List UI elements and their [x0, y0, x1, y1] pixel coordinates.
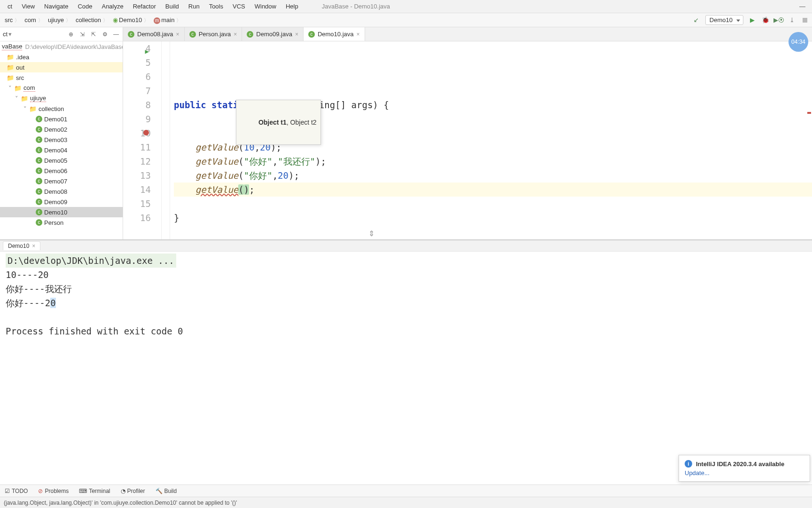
update-link[interactable]: Update...: [685, 469, 804, 476]
tool-profiler[interactable]: ◔Profiler: [121, 488, 145, 494]
tree-person[interactable]: cPerson: [0, 217, 123, 228]
run-tool-window: Demo10× D:\develop\JDK\bin\java.exe ...1…: [0, 240, 812, 393]
menu-window[interactable]: Window: [250, 1, 281, 12]
crumb-collection[interactable]: collection: [74, 16, 111, 25]
close-icon[interactable]: ×: [234, 31, 237, 38]
close-icon[interactable]: ×: [295, 31, 298, 38]
menu-vcs[interactable]: VCS: [228, 1, 250, 12]
tree-idea[interactable]: 📁.idea: [0, 52, 123, 62]
error-stripe-mark[interactable]: [807, 112, 811, 114]
menu-view[interactable]: View: [17, 1, 39, 12]
notification-title: IntelliJ IDEA 2020.3.4 available: [696, 460, 784, 468]
editor-area: cDemo08.java× cPerson.java× cDemo09.java…: [123, 27, 812, 239]
attach-icon[interactable]: ⤓: [788, 16, 796, 24]
presentation-badge[interactable]: 04:34: [789, 32, 808, 52]
tree-demo07[interactable]: cDemo07: [0, 176, 123, 186]
menu-navigate[interactable]: Navigate: [39, 1, 73, 12]
crumb-ujiuye[interactable]: ujiuye: [46, 16, 74, 25]
tool-problems[interactable]: ⊘Problems: [38, 488, 69, 494]
stop-icon[interactable]: [801, 16, 809, 24]
crumb-com[interactable]: com: [23, 16, 46, 25]
close-icon[interactable]: ×: [357, 31, 360, 38]
status-message: (java.lang.Object, java.lang.Object)' in…: [4, 500, 237, 506]
build-icon[interactable]: ↙: [692, 16, 701, 24]
tree-demo09[interactable]: cDemo09: [0, 197, 123, 207]
status-bar: (java.lang.Object, java.lang.Object)' in…: [0, 497, 812, 508]
tree-demo02[interactable]: cDemo02: [0, 124, 123, 135]
run-icon[interactable]: ▶: [748, 16, 757, 24]
fold-strip[interactable]: [162, 41, 170, 239]
expand-all-icon[interactable]: ⇲: [78, 31, 86, 38]
project-header: ct ▾ ⊕ ⇲ ⇱ ⚙ —: [0, 27, 123, 41]
run-tab-demo10[interactable]: Demo10×: [3, 241, 40, 250]
editor-tab-bar: cDemo08.java× cPerson.java× cDemo09.java…: [123, 27, 812, 41]
tree-demo04[interactable]: cDemo04: [0, 145, 123, 155]
tab-demo08[interactable]: cDemo08.java×: [123, 27, 185, 41]
tree-root[interactable]: vaBase D:\develop\IDEA\ideawork\JavaBase: [0, 41, 123, 52]
tree-demo01[interactable]: cDemo01: [0, 114, 123, 124]
run-tab-bar: Demo10×: [0, 240, 812, 252]
close-icon[interactable]: ×: [32, 243, 35, 249]
run-config-dropdown[interactable]: Demo10: [705, 15, 743, 25]
collapse-all-icon[interactable]: ⇱: [90, 31, 97, 38]
line-number-gutter[interactable]: 4▶5678910111213141516: [123, 41, 162, 239]
tree-collection[interactable]: ˅📁collection: [0, 103, 123, 114]
menu-bar: ct View Navigate Code Analyze Refactor B…: [0, 0, 812, 13]
tree-ujiuye[interactable]: ˅📁ujiuye: [0, 93, 123, 103]
tree-demo05[interactable]: cDemo05: [0, 155, 123, 166]
menu-tools[interactable]: Tools: [204, 1, 228, 12]
code-editor[interactable]: 4▶5678910111213141516 Object t1, Object …: [123, 41, 812, 239]
crumb-class[interactable]: ◉Demo10: [111, 16, 152, 25]
menu-build[interactable]: Build: [161, 1, 184, 12]
menu-analyze[interactable]: Analyze: [97, 1, 128, 12]
vertical-resize-handle[interactable]: ⇕: [368, 229, 375, 238]
tree-demo03[interactable]: cDemo03: [0, 135, 123, 145]
tree-demo06[interactable]: cDemo06: [0, 166, 123, 176]
close-icon[interactable]: ×: [176, 31, 180, 38]
tool-build[interactable]: 🔨Build: [156, 488, 177, 494]
debug-icon[interactable]: 🐞: [761, 16, 770, 24]
tab-demo10[interactable]: cDemo10.java×: [304, 27, 365, 41]
gear-icon[interactable]: ⚙: [101, 31, 109, 38]
tree-com[interactable]: ˅📁com: [0, 83, 123, 93]
menu-ct[interactable]: ct: [3, 1, 17, 12]
menu-refactor[interactable]: Refactor: [128, 1, 161, 12]
project-tool-window: ct ▾ ⊕ ⇲ ⇱ ⚙ — vaBase D:\develop\IDEA\id…: [0, 27, 123, 239]
tool-terminal[interactable]: ⌨Terminal: [79, 488, 110, 494]
minimize-icon[interactable]: —: [799, 3, 805, 10]
menu-code[interactable]: Code: [73, 1, 97, 12]
navigation-bar: src com ujiuye collection ◉Demo10 mmain …: [0, 13, 812, 27]
crumb-src[interactable]: src: [3, 16, 23, 25]
tree-src[interactable]: 📁src: [0, 72, 123, 83]
parameter-info-popup: Object t1, Object t2: [236, 100, 321, 145]
update-notification[interactable]: i IntelliJ IDEA 2020.3.4 available Updat…: [679, 455, 810, 482]
crumb-method[interactable]: mmain: [152, 16, 184, 25]
tab-demo09[interactable]: cDemo09.java×: [242, 27, 304, 41]
info-icon: i: [685, 460, 692, 468]
tool-todo[interactable]: ☑TODO: [5, 488, 28, 494]
tree-demo10[interactable]: cDemo10: [0, 207, 123, 217]
select-opened-file-icon[interactable]: ⊕: [67, 31, 75, 38]
menu-run[interactable]: Run: [184, 1, 204, 12]
coverage-icon[interactable]: ▶⦿: [774, 16, 783, 24]
menu-help[interactable]: Help: [281, 1, 303, 12]
project-header-label[interactable]: ct: [3, 31, 8, 38]
hide-icon[interactable]: —: [112, 31, 120, 38]
project-tree[interactable]: vaBase D:\develop\IDEA\ideawork\JavaBase…: [0, 41, 123, 228]
window-controls: —: [799, 3, 809, 10]
bottom-tool-bar: ☑TODO ⊘Problems ⌨Terminal ◔Profiler 🔨Bui…: [0, 484, 812, 497]
run-toolbar: ↙ Demo10 ▶ 🐞 ▶⦿ ⤓: [692, 15, 809, 25]
window-title: JavaBase - Demo10.java: [322, 3, 390, 10]
tree-out[interactable]: 📁out: [0, 62, 123, 72]
console-output[interactable]: D:\develop\JDK\bin\java.exe ...10----20你…: [0, 252, 812, 393]
tab-person[interactable]: cPerson.java×: [185, 27, 242, 41]
tree-demo08[interactable]: cDemo08: [0, 186, 123, 197]
